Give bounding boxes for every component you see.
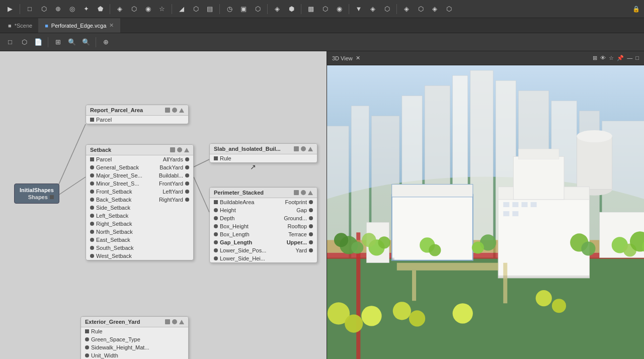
setback-parcel-rdot (185, 157, 189, 161)
view3d-bookmark-icon[interactable]: ☆ (609, 55, 614, 61)
perimeter-lowerpos-rdot (309, 248, 313, 252)
setback-front-row: Front_Setback LeftYard (86, 188, 193, 196)
tool-24[interactable]: ⬡ (381, 3, 393, 15)
tool-2[interactable]: ⬡ (38, 3, 50, 15)
tab-bar: ■ *Scene ■ Perforated_Edge.vcga ✕ (0, 18, 644, 33)
tab-scene-icon: ■ (8, 23, 12, 29)
slab-rule-row: Rule (210, 154, 317, 162)
tool-14[interactable]: ◷ (223, 3, 235, 15)
tool-12[interactable]: ⬡ (190, 3, 202, 15)
setback-icon-tri (184, 148, 189, 152)
perimeter-boxlength-row: Box_Length Terrace (210, 230, 317, 238)
sec-tool-4[interactable]: ⊞ (52, 36, 64, 48)
tab-scene-label: *Scene (15, 23, 32, 29)
perimeter-stacked-header: Perimeter_Stacked (210, 188, 317, 198)
select-tool[interactable]: ▶ (4, 3, 16, 15)
svg-rect-58 (397, 263, 498, 271)
perimeter-boxheight-value: Rooftop (287, 223, 307, 229)
tool-5[interactable]: ✦ (80, 3, 92, 15)
view3d-minimize-icon[interactable]: — (627, 55, 632, 61)
exterior-unitwidth-dot (85, 353, 89, 357)
exterior-green-yard-header: Exterior_Green_Yard (81, 317, 188, 327)
tool-10[interactable]: ☆ (156, 3, 168, 15)
tool-23[interactable]: ◈ (367, 3, 379, 15)
perimeter-boxheight-label: Box_Height (220, 223, 249, 229)
canvas-pane: InitialShapes Shapes Report_Parcel_Area … (0, 51, 327, 359)
exterior-rule-dot (85, 329, 89, 333)
view3d-eye-icon[interactable]: 👁 (600, 55, 606, 61)
slab-rule-dot (214, 156, 218, 160)
slab-isolated-title: Slab_and_Isolated_Buil... (214, 146, 281, 152)
tool-7[interactable]: ◈ (114, 3, 126, 15)
sec-tool-7[interactable]: ⊕ (100, 36, 112, 48)
sep5 (267, 4, 268, 14)
report-parcel-area-node[interactable]: Report_Parcel_Area Parcel (86, 105, 189, 124)
tool-8[interactable]: ⬡ (128, 3, 140, 15)
tool-21[interactable]: ◉ (333, 3, 345, 15)
exterior-icon-sq (165, 319, 170, 324)
tool-19[interactable]: ▩ (305, 3, 317, 15)
tool-end[interactable]: 🔒 (632, 6, 640, 13)
tool-26[interactable]: ⬡ (415, 3, 427, 15)
tool-11[interactable]: ◢ (176, 3, 188, 15)
tab-scene[interactable]: ■ *Scene (2, 18, 39, 33)
svg-point-45 (581, 241, 595, 255)
svg-point-35 (334, 233, 348, 247)
perimeter-lowerpos-label: Lower_Side_Pos... (220, 247, 266, 253)
perimeter-icon-tri (308, 191, 313, 195)
setback-west-dot (90, 254, 94, 258)
tool-22[interactable]: ▼ (353, 3, 365, 15)
tool-25[interactable]: ◈ (400, 3, 413, 15)
slab-isolated-node[interactable]: Slab_and_Isolated_Buil... Rule ↗ (209, 143, 317, 163)
setback-major-label: Major_Street_Se... (96, 172, 142, 178)
perimeter-lowerhei-row: Lower_Side_Hei... (210, 254, 317, 262)
tab-perforated[interactable]: ■ Perforated_Edge.vcga ✕ (39, 18, 120, 33)
tool-13[interactable]: ▤ (204, 3, 216, 15)
sec-tool-2[interactable]: ⬡ (18, 36, 30, 48)
view3d-pin-icon[interactable]: 📌 (617, 55, 624, 61)
exterior-green-yard-node[interactable]: Exterior_Green_Yard Rule Green_Space_Typ… (80, 316, 189, 359)
tool-3[interactable]: ⊕ (52, 3, 64, 15)
tab-close-perforated[interactable]: ✕ (109, 22, 114, 29)
sec-tool-6[interactable]: 🔍 (80, 36, 92, 48)
slab-isolated-icons (294, 146, 313, 151)
tool-17[interactable]: ◈ (271, 3, 283, 15)
setback-left-dot (90, 214, 94, 218)
setback-east-row: East_Setback (86, 236, 193, 244)
tool-16[interactable]: ⬡ (252, 3, 264, 15)
report-parcel-area-header: Report_Parcel_Area (86, 105, 188, 116)
setback-south-row: South_Setback (86, 244, 193, 252)
initial-shapes-label: InitialShapes (20, 187, 54, 193)
sec-tool-3[interactable]: 📄 (32, 36, 44, 48)
exterior-unitwidth-label: Unit_Width (91, 352, 118, 358)
sec-tool-5[interactable]: 🔍 (66, 36, 78, 48)
setback-icons (170, 147, 189, 152)
perimeter-gaplength-row: Gap_Length Upper... (210, 238, 317, 246)
perimeter-height-rdot (309, 208, 313, 212)
tool-9[interactable]: ◉ (142, 3, 154, 15)
sep7 (349, 4, 349, 14)
perimeter-height-value: Gap (296, 207, 307, 213)
tool-20[interactable]: ⬡ (319, 3, 331, 15)
setback-node[interactable]: Setback Parcel AllYards General_Set (86, 144, 194, 260)
view3d-maximize-icon[interactable]: □ (635, 55, 639, 61)
perimeter-buildable-dot (214, 200, 218, 204)
view3d-close-icon[interactable]: ✕ (356, 55, 360, 61)
tool-1[interactable]: □ (24, 3, 36, 15)
svg-rect-29 (518, 149, 559, 159)
tool-18[interactable]: ⬢ (285, 3, 297, 15)
initial-shapes-node[interactable]: InitialShapes Shapes (14, 184, 59, 204)
sec-tool-1[interactable]: □ (4, 36, 16, 48)
exterior-greenspace-dot (85, 337, 89, 341)
tool-15[interactable]: ▣ (237, 3, 250, 15)
tool-28[interactable]: ⬡ (443, 3, 455, 15)
tool-27[interactable]: ◈ (429, 3, 441, 15)
perimeter-stacked-node[interactable]: Perimeter_Stacked BuildableArea Footprin… (209, 187, 317, 263)
svg-rect-28 (513, 156, 564, 200)
tool-6[interactable]: ⬟ (94, 3, 106, 15)
exterior-greenspace-row: Green_Space_Type (81, 335, 188, 343)
tool-4[interactable]: ◎ (66, 3, 78, 15)
perimeter-boxlength-value: Terrace (288, 231, 307, 237)
view3d-grid-icon[interactable]: ⊞ (593, 55, 597, 61)
sep4 (219, 4, 220, 14)
